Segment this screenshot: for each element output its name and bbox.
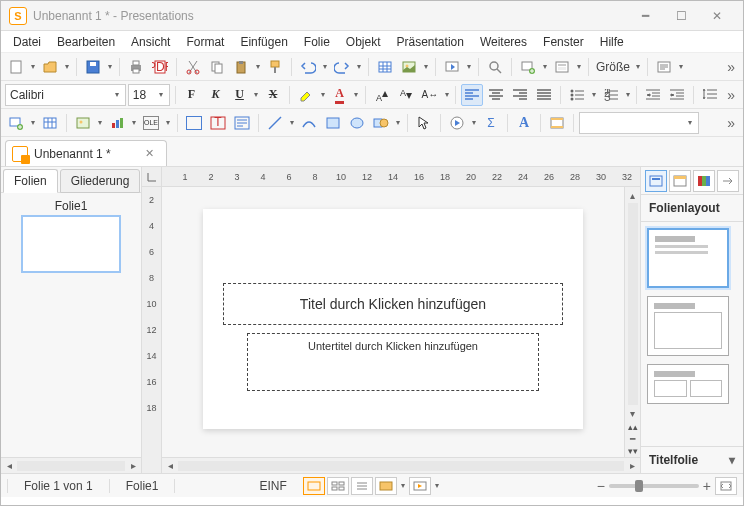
- style-combo[interactable]: ▾: [579, 112, 699, 134]
- slide-thumb-1[interactable]: [21, 215, 121, 273]
- align-left-button[interactable]: [461, 84, 483, 106]
- char-spacing-button[interactable]: A↔: [419, 84, 441, 106]
- toolbar2-overflow[interactable]: »: [723, 87, 739, 103]
- title-placeholder[interactable]: Titel durch Klicken hinzufügen: [223, 283, 563, 325]
- layout-thumb-title[interactable]: [647, 228, 729, 288]
- subtitle-placeholder[interactable]: Untertitel durch Klicken hinzufügen: [247, 333, 539, 391]
- taskpane-tab-color[interactable]: [693, 170, 715, 192]
- font-color-dropdown[interactable]: ▾: [352, 90, 360, 99]
- insert-table-button[interactable]: [374, 56, 396, 78]
- bold-button[interactable]: F: [181, 84, 203, 106]
- prev-slide-nav[interactable]: ▴▴: [625, 421, 640, 433]
- slideshow-dropdown[interactable]: ▾: [465, 62, 473, 71]
- properties-dropdown[interactable]: ▾: [677, 62, 685, 71]
- new-slide-dropdown-2[interactable]: ▾: [29, 118, 37, 127]
- underline-dropdown[interactable]: ▾: [253, 90, 261, 99]
- view-slideshow-dropdown[interactable]: ▾: [433, 477, 441, 495]
- media-dropdown[interactable]: ▾: [470, 118, 478, 127]
- center-hscroll[interactable]: ◂ ▸: [162, 457, 640, 473]
- menu-objekt[interactable]: Objekt: [338, 32, 389, 52]
- next-slide-nav[interactable]: ▾▾: [625, 445, 640, 457]
- view-outline[interactable]: [351, 477, 373, 495]
- new-slide-dropdown[interactable]: ▾: [541, 62, 549, 71]
- format-paint-button[interactable]: [264, 56, 286, 78]
- chart-button[interactable]: [106, 112, 128, 134]
- scroll-right-icon-2[interactable]: ▸: [624, 460, 640, 471]
- new-dropdown[interactable]: ▾: [29, 62, 37, 71]
- zoom-in[interactable]: +: [703, 478, 711, 494]
- align-justify-button[interactable]: [533, 84, 555, 106]
- align-center-button[interactable]: [485, 84, 507, 106]
- menu-einfuegen[interactable]: Einfügen: [232, 32, 295, 52]
- print-button[interactable]: [125, 56, 147, 78]
- insert-image-dropdown[interactable]: ▾: [422, 62, 430, 71]
- toolbar-overflow[interactable]: »: [723, 59, 739, 75]
- scroll-right-icon[interactable]: ▸: [125, 460, 141, 471]
- menu-bearbeiten[interactable]: Bearbeiten: [49, 32, 123, 52]
- font-combo[interactable]: Calibri▾: [5, 84, 126, 106]
- paste-dropdown[interactable]: ▾: [254, 62, 262, 71]
- tab-outline[interactable]: Gliederung: [60, 169, 141, 193]
- zoom-slider[interactable]: [609, 484, 699, 488]
- numbering-dropdown[interactable]: ▾: [624, 90, 632, 99]
- menu-praesentation[interactable]: Präsentation: [389, 32, 472, 52]
- close-button[interactable]: ✕: [699, 5, 735, 27]
- redo-button[interactable]: [331, 56, 353, 78]
- menu-format[interactable]: Format: [178, 32, 232, 52]
- ellipse-button[interactable]: [346, 112, 368, 134]
- numbering-button[interactable]: 123: [600, 84, 622, 106]
- view-master[interactable]: [375, 477, 397, 495]
- decrease-font-button[interactable]: A▾: [395, 84, 417, 106]
- taskpane-tab-anim[interactable]: [717, 170, 739, 192]
- copy-button[interactable]: [206, 56, 228, 78]
- scroll-down-icon[interactable]: ▾: [630, 405, 635, 421]
- bullets-dropdown[interactable]: ▾: [590, 90, 598, 99]
- line-dropdown[interactable]: ▾: [288, 118, 296, 127]
- align-right-button[interactable]: [509, 84, 531, 106]
- document-tab[interactable]: Unbenannt 1 * ✕: [5, 140, 167, 166]
- rect-button[interactable]: [322, 112, 344, 134]
- new-button[interactable]: [5, 56, 27, 78]
- size-dropdown[interactable]: ▾: [634, 62, 642, 71]
- menu-fenster[interactable]: Fenster: [535, 32, 592, 52]
- ole-button[interactable]: OLE: [140, 112, 162, 134]
- taskpane-tab-layout[interactable]: [645, 170, 667, 192]
- menu-ansicht[interactable]: Ansicht: [123, 32, 178, 52]
- left-hscroll[interactable]: ◂ ▸: [1, 457, 141, 473]
- media-button[interactable]: [446, 112, 468, 134]
- open-dropdown[interactable]: ▾: [63, 62, 71, 71]
- scroll-left-icon[interactable]: ◂: [1, 460, 17, 471]
- properties-button[interactable]: [653, 56, 675, 78]
- new-slide-button-2[interactable]: [5, 112, 27, 134]
- pdf-export-button[interactable]: PDF: [149, 56, 171, 78]
- save-dropdown[interactable]: ▾: [106, 62, 114, 71]
- highlight-dropdown[interactable]: ▾: [319, 90, 327, 99]
- autoshape-button[interactable]: [370, 112, 392, 134]
- ole-dropdown[interactable]: ▾: [164, 118, 172, 127]
- strike-button[interactable]: X: [262, 84, 284, 106]
- new-slide-button[interactable]: [517, 56, 539, 78]
- center-vscroll[interactable]: ▴ ▾ ▴▴ ━ ▾▾: [624, 187, 640, 457]
- textframe2-button[interactable]: [231, 112, 253, 134]
- cut-button[interactable]: [182, 56, 204, 78]
- slide-canvas[interactable]: Titel durch Klicken hinzufügen Untertite…: [162, 187, 624, 457]
- tab-slides[interactable]: Folien: [3, 169, 58, 193]
- slide-layout-button[interactable]: [551, 56, 573, 78]
- decrease-indent-button[interactable]: [642, 84, 664, 106]
- menu-folie[interactable]: Folie: [296, 32, 338, 52]
- zoom-fit[interactable]: [715, 477, 737, 495]
- taskpane-footer-dropdown[interactable]: ▾: [729, 453, 735, 467]
- save-button[interactable]: [82, 56, 104, 78]
- bullets-button[interactable]: [566, 84, 588, 106]
- menu-weiteres[interactable]: Weiteres: [472, 32, 535, 52]
- select-button[interactable]: [413, 112, 435, 134]
- chart-dropdown[interactable]: ▾: [130, 118, 138, 127]
- highlight-button[interactable]: [295, 84, 317, 106]
- layout-list[interactable]: [641, 222, 743, 446]
- image-dropdown-2[interactable]: ▾: [96, 118, 104, 127]
- underline-button[interactable]: U: [229, 84, 251, 106]
- open-button[interactable]: [39, 56, 61, 78]
- zoom-out[interactable]: −: [597, 478, 605, 494]
- status-insert-mode[interactable]: EINF: [251, 479, 294, 493]
- layout-thumb-two[interactable]: [647, 364, 729, 404]
